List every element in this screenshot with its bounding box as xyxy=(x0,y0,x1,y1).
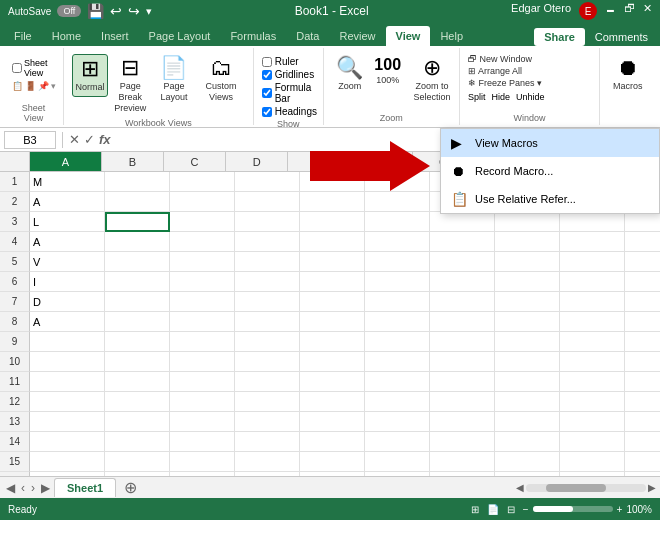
table-cell[interactable] xyxy=(105,232,170,252)
split-btn[interactable]: Split xyxy=(468,92,486,102)
table-cell[interactable] xyxy=(300,432,365,452)
table-cell[interactable] xyxy=(235,232,300,252)
table-cell[interactable] xyxy=(495,292,560,312)
table-cell[interactable] xyxy=(625,432,660,452)
table-cell[interactable] xyxy=(300,312,365,332)
table-cell[interactable] xyxy=(560,332,625,352)
col-header-b[interactable]: B xyxy=(102,152,164,171)
table-cell[interactable] xyxy=(300,472,365,476)
table-cell[interactable] xyxy=(625,372,660,392)
table-cell[interactable] xyxy=(105,312,170,332)
table-cell[interactable] xyxy=(560,252,625,272)
normal-view-button[interactable]: ⊞ Normal xyxy=(72,54,108,97)
table-cell[interactable] xyxy=(300,332,365,352)
table-cell[interactable] xyxy=(170,212,235,232)
table-cell[interactable] xyxy=(430,352,495,372)
new-window-btn[interactable]: 🗗 New Window xyxy=(468,54,532,64)
table-cell[interactable] xyxy=(235,212,300,232)
table-cell[interactable] xyxy=(625,352,660,372)
tab-formulas[interactable]: Formulas xyxy=(220,26,286,46)
table-cell[interactable] xyxy=(430,252,495,272)
table-cell[interactable] xyxy=(170,452,235,472)
table-cell[interactable] xyxy=(365,432,430,452)
zoom-out-btn[interactable]: − xyxy=(523,504,529,515)
table-cell[interactable] xyxy=(365,252,430,272)
table-cell[interactable] xyxy=(105,372,170,392)
comments-button[interactable]: Comments xyxy=(587,28,656,46)
table-cell[interactable] xyxy=(625,272,660,292)
table-cell[interactable] xyxy=(365,452,430,472)
sheet-nav-right[interactable]: ▶ xyxy=(39,481,52,495)
scroll-right-btn[interactable]: ▶ xyxy=(648,482,656,493)
table-cell[interactable]: V xyxy=(30,252,105,272)
table-cell[interactable] xyxy=(495,352,560,372)
table-cell[interactable] xyxy=(495,252,560,272)
table-cell[interactable] xyxy=(235,272,300,292)
table-cell[interactable] xyxy=(560,212,625,232)
table-cell[interactable] xyxy=(300,292,365,312)
table-cell[interactable] xyxy=(495,432,560,452)
table-cell[interactable] xyxy=(495,472,560,476)
new-view-btn[interactable]: 📋 xyxy=(12,81,23,91)
table-cell[interactable] xyxy=(300,192,365,212)
table-cell[interactable] xyxy=(300,232,365,252)
row-number[interactable]: 8 xyxy=(0,312,30,332)
row-number[interactable]: 16 xyxy=(0,472,30,476)
table-cell[interactable] xyxy=(105,472,170,476)
row-number[interactable]: 3 xyxy=(0,212,30,232)
table-cell[interactable] xyxy=(495,232,560,252)
table-cell[interactable] xyxy=(365,192,430,212)
table-cell[interactable] xyxy=(430,232,495,252)
zoom-selection-button[interactable]: ⊕ Zoom to Selection xyxy=(408,54,457,106)
tab-data[interactable]: Data xyxy=(286,26,329,46)
table-cell[interactable] xyxy=(560,432,625,452)
headings-checkbox[interactable]: Headings xyxy=(262,106,317,117)
table-cell[interactable] xyxy=(105,412,170,432)
table-cell[interactable] xyxy=(430,272,495,292)
table-cell[interactable] xyxy=(560,272,625,292)
table-cell[interactable] xyxy=(105,272,170,292)
table-cell[interactable] xyxy=(560,472,625,476)
zoom-button[interactable]: 🔍 Zoom xyxy=(332,54,368,95)
table-cell[interactable] xyxy=(105,432,170,452)
add-sheet-button[interactable]: ⊕ xyxy=(118,478,143,497)
table-cell[interactable] xyxy=(365,372,430,392)
table-cell[interactable] xyxy=(365,232,430,252)
table-cell[interactable] xyxy=(170,172,235,192)
row-number[interactable]: 15 xyxy=(0,452,30,472)
table-cell[interactable] xyxy=(170,232,235,252)
table-cell[interactable] xyxy=(235,452,300,472)
row-number[interactable]: 14 xyxy=(0,432,30,452)
table-cell[interactable] xyxy=(235,392,300,412)
table-cell[interactable] xyxy=(430,472,495,476)
table-cell[interactable] xyxy=(105,352,170,372)
table-cell[interactable] xyxy=(235,372,300,392)
table-cell[interactable] xyxy=(170,252,235,272)
tab-help[interactable]: Help xyxy=(430,26,473,46)
table-cell[interactable] xyxy=(170,192,235,212)
tab-view[interactable]: View xyxy=(386,26,431,46)
table-cell[interactable] xyxy=(30,352,105,372)
table-cell[interactable] xyxy=(430,392,495,412)
table-cell[interactable] xyxy=(495,452,560,472)
exit-view-btn[interactable]: 🚪 xyxy=(25,81,36,91)
col-header-c[interactable]: C xyxy=(164,152,226,171)
row-number[interactable]: 6 xyxy=(0,272,30,292)
arrange-all-btn[interactable]: ⊞ Arrange All xyxy=(468,66,522,76)
tab-review[interactable]: Review xyxy=(329,26,385,46)
table-cell[interactable] xyxy=(170,392,235,412)
table-cell[interactable] xyxy=(495,272,560,292)
table-cell[interactable] xyxy=(235,172,300,192)
table-cell[interactable] xyxy=(300,412,365,432)
table-cell[interactable] xyxy=(170,312,235,332)
table-cell[interactable] xyxy=(300,452,365,472)
table-cell[interactable] xyxy=(625,252,660,272)
unhide-btn[interactable]: Unhide xyxy=(516,92,545,102)
table-cell[interactable] xyxy=(105,192,170,212)
table-cell[interactable] xyxy=(560,232,625,252)
view-page-layout-btn[interactable]: 📄 xyxy=(487,504,499,515)
tab-home[interactable]: Home xyxy=(42,26,91,46)
redo-icon[interactable]: ↪ xyxy=(128,3,140,19)
table-cell[interactable] xyxy=(625,312,660,332)
row-number[interactable]: 11 xyxy=(0,372,30,392)
